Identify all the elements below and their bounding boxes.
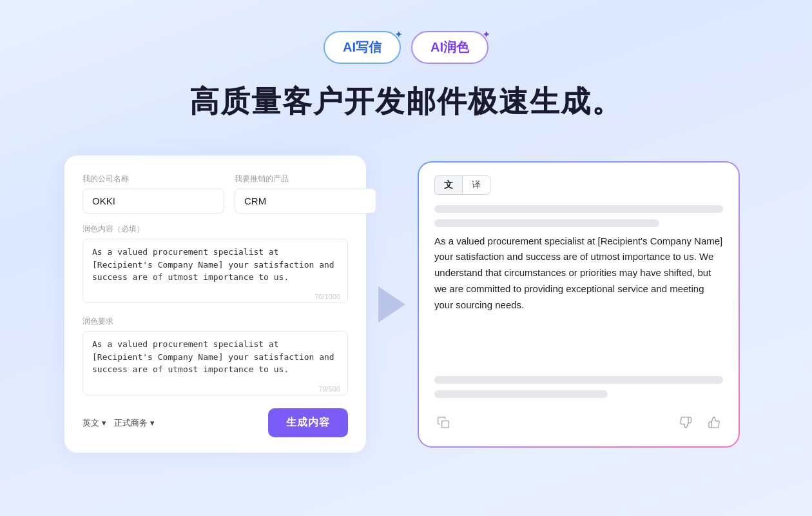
skeleton-line-1 — [434, 205, 723, 213]
chevron-down-icon-2: ▾ — [150, 418, 155, 428]
polish-req-wrap: As a valued procurement specialist at [R… — [82, 331, 348, 398]
arrow-icon — [378, 286, 405, 322]
main-headline: 高质量客户开发邮件极速生成。 — [189, 82, 623, 122]
style-select[interactable]: 正式商务 ▾ — [114, 417, 155, 429]
ai-polish-badge[interactable]: AI润色 ✦ — [411, 31, 488, 64]
arrow-wrap — [366, 286, 418, 322]
generate-button[interactable]: 生成内容 — [268, 408, 348, 437]
output-body-text: As a valued procurement specialist at [R… — [434, 233, 723, 367]
action-row — [434, 413, 723, 435]
footer-selects: 英文 ▾ 正式商务 ▾ — [82, 417, 155, 429]
output-card: 文 译 As a valued procurement specialist a… — [419, 163, 739, 446]
polish-req-count: 70/500 — [318, 385, 340, 393]
tab-row: 文 译 — [434, 175, 723, 195]
skeleton-line-3 — [434, 376, 723, 384]
polish-content-label: 润色内容（必填） — [82, 224, 348, 235]
company-label: 我的公司名称 — [82, 174, 224, 184]
copy-button[interactable] — [434, 413, 452, 435]
product-group: 我要推销的产品 — [235, 174, 376, 213]
company-input[interactable] — [82, 188, 224, 213]
feedback-icons — [677, 413, 723, 435]
polish-req-label: 润色要求 — [82, 316, 348, 327]
form-card: 我的公司名称 我要推销的产品 润色内容（必填） As a valued proc… — [64, 155, 366, 453]
skeleton-line-2 — [434, 219, 659, 227]
polish-content-count: 70/1000 — [314, 293, 340, 301]
output-card-border: 文 译 As a valued procurement specialist a… — [418, 161, 740, 448]
form-top-row: 我的公司名称 我要推销的产品 — [82, 174, 348, 213]
skeleton-line-4 — [434, 390, 608, 398]
ai-polish-label: AI润色 — [430, 40, 469, 54]
ai-write-sparkle: ✦ — [395, 30, 402, 39]
product-label: 我要推销的产品 — [235, 174, 376, 184]
ai-polish-sparkle: ✦ — [483, 30, 490, 39]
dislike-button[interactable] — [677, 413, 695, 435]
tab-yi[interactable]: 译 — [462, 175, 490, 195]
bottom-skeletons — [434, 376, 723, 404]
company-group: 我的公司名称 — [82, 174, 224, 213]
cards-row: 我的公司名称 我要推销的产品 润色内容（必填） As a valued proc… — [64, 155, 748, 453]
like-button[interactable] — [705, 413, 723, 435]
badge-row: AI写信 ✦ AI润色 ✦ — [324, 31, 488, 64]
ai-write-label: AI写信 — [343, 40, 382, 54]
tab-wen[interactable]: 文 — [434, 175, 462, 195]
svg-rect-0 — [442, 421, 449, 428]
chevron-down-icon: ▾ — [102, 418, 106, 428]
polish-content-wrap: As a valued procurement specialist at [R… — [82, 239, 348, 306]
lang-select[interactable]: 英文 ▾ — [82, 417, 106, 429]
polish-content-textarea[interactable]: As a valued procurement specialist at [R… — [82, 239, 348, 303]
ai-write-badge[interactable]: AI写信 ✦ — [324, 31, 401, 64]
form-footer: 英文 ▾ 正式商务 ▾ 生成内容 — [82, 408, 348, 437]
product-input[interactable] — [235, 188, 376, 213]
polish-req-textarea[interactable]: As a valued procurement specialist at [R… — [82, 331, 348, 395]
